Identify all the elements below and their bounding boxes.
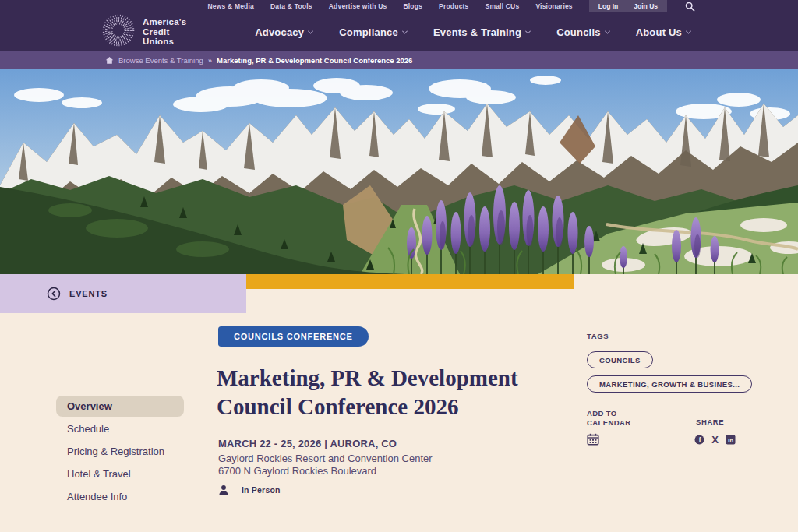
events-back-band: EVENTS [0,274,246,313]
share-label: SHARE [696,417,724,426]
utility-link-visionaries[interactable]: Visionaries [535,2,572,10]
chevron-left-circle-icon [47,287,61,301]
sidebar-item-overview[interactable]: Overview [56,396,184,417]
linkedin-icon[interactable]: in [726,435,736,445]
hero-image [0,69,798,274]
nav-item-about-us[interactable]: About Us [636,26,690,38]
utility-link-small-cus[interactable]: Small CUs [486,2,520,10]
utility-link-news-media[interactable]: News & Media [207,2,254,10]
share-buttons: f X in [694,435,736,445]
nav-item-events-training[interactable]: Events & Training [433,26,530,38]
nav-item-compliance[interactable]: Compliance [339,26,407,38]
event-venue: Gaylord Rockies Resort and Convention Ce… [218,453,433,477]
add-to-calendar-label: ADD TO CALENDAR [587,409,638,428]
event-format: In Person [218,484,281,495]
auth-box: Log In Join Us [589,0,667,12]
utility-link-advertise[interactable]: Advertise with Us [329,2,387,10]
x-twitter-icon[interactable]: X [710,435,720,445]
svg-text:X: X [711,435,719,445]
venue-address: 6700 N Gaylord Rockies Boulevard [218,465,433,477]
chevron-down-icon [308,28,313,33]
accent-bar [246,274,574,289]
page-title: Marketing, PR & Development Council Conf… [217,364,571,421]
calendar-icon[interactable] [587,433,599,449]
chevron-down-icon [525,28,531,33]
logo-sunburst-icon [101,13,136,51]
breadcrumb-section-link[interactable]: Browse Events & Training [118,56,203,65]
sidebar-item-hotel-travel[interactable]: Hotel & Travel [56,463,184,484]
nav-item-advocacy[interactable]: Advocacy [255,26,312,38]
tags-heading: TAGS [587,332,609,340]
councils-conference-badge[interactable]: COUNCILS CONFERENCE [218,326,369,347]
facebook-icon[interactable]: f [694,435,704,445]
chevron-down-icon [402,28,408,33]
breadcrumb-separator: » [208,56,212,65]
utility-nav: News & Media Data & Tools Advertise with… [207,0,695,12]
join-us-button[interactable]: Join Us [634,2,658,10]
page: News & Media Data & Tools Advertise with… [0,0,798,532]
main-nav: Advocacy Compliance Events & Training Co… [255,12,690,51]
breadcrumb-current-page: Marketing, PR & Development Council Conf… [217,56,412,65]
utility-link-blogs[interactable]: Blogs [403,2,422,10]
chevron-down-icon [686,28,691,33]
tag-councils[interactable]: COUNCILS [587,351,653,368]
home-icon[interactable] [105,56,114,65]
logo[interactable]: America's Credit Unions [101,12,186,51]
sidebar-item-pricing-registration[interactable]: Pricing & Registration [56,441,184,462]
sidebar-item-attendee-info[interactable]: Attendee Info [56,486,184,507]
sidebar-item-schedule[interactable]: Schedule [56,418,184,439]
venue-name: Gaylord Rockies Resort and Convention Ce… [218,453,433,465]
breadcrumb: Browse Events & Training » Marketing, PR… [0,51,798,69]
tag-marketing-growth-business[interactable]: MARKETING, GROWTH & BUSINES... [587,375,752,393]
events-back-link[interactable]: EVENTS [0,274,246,313]
utility-link-data-tools[interactable]: Data & Tools [270,2,312,10]
logo-wordmark: America's Credit Unions [143,17,186,46]
site-header: News & Media Data & Tools Advertise with… [0,0,798,51]
event-date-location: MARCH 22 - 25, 2026 | AURORA, CO [218,438,397,449]
login-button[interactable]: Log In [598,2,619,10]
search-icon[interactable] [685,2,695,12]
svg-text:in: in [728,437,733,444]
chevron-down-icon [605,28,610,33]
person-icon [218,484,229,495]
utility-link-products[interactable]: Products [439,2,468,10]
event-section-nav: Overview Schedule Pricing & Registration… [56,396,184,509]
nav-item-councils[interactable]: Councils [556,26,609,38]
